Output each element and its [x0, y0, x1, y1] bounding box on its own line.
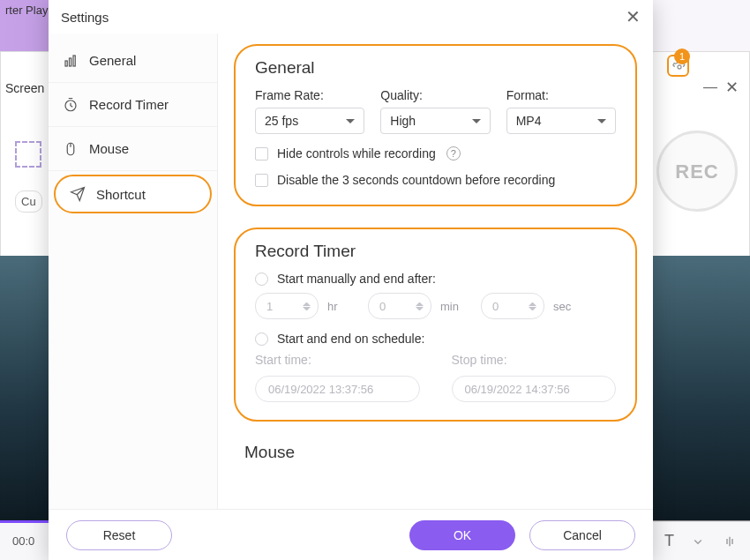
modal-title: Settings: [61, 10, 109, 25]
sidebar-item-label: Record Timer: [89, 97, 169, 112]
cancel-button[interactable]: Cancel: [529, 520, 635, 550]
section-title: Record Timer: [255, 242, 616, 261]
modal-close-icon[interactable]: ✕: [626, 6, 641, 27]
help-icon[interactable]: ?: [446, 146, 461, 161]
screen-label: Screen: [5, 81, 44, 95]
schedule-radio[interactable]: [255, 332, 268, 346]
format-select[interactable]: MP4: [506, 108, 616, 134]
disable-countdown-checkbox[interactable]: [255, 174, 268, 187]
section-title-mouse: Mouse: [244, 443, 626, 462]
section-general: General Frame Rate: 25 fps Quality: High…: [234, 44, 637, 206]
sidebar-item-mouse[interactable]: Mouse: [49, 127, 217, 171]
step-badge-1: 1: [674, 49, 690, 64]
hide-controls-label: Hide controls while recording: [277, 146, 436, 161]
sidebar-item-label: Shortcut: [96, 187, 146, 202]
audio-wave-icon[interactable]: [722, 534, 738, 549]
stop-time-label: Stop time:: [452, 353, 617, 367]
min-unit: min: [440, 300, 472, 313]
timer-icon: [63, 97, 79, 113]
settings-modal: Settings ✕ General Record Timer Mouse Sh…: [49, 0, 653, 560]
modal-footer: Reset OK Cancel: [49, 509, 653, 560]
svg-rect-4: [70, 58, 71, 66]
record-button[interactable]: REC: [656, 131, 738, 212]
start-time-label: Start time:: [255, 353, 420, 367]
sec-unit: sec: [553, 300, 585, 313]
manual-radio[interactable]: [255, 273, 268, 286]
chart-icon: [63, 53, 79, 69]
sidebar-item-general[interactable]: General: [49, 39, 217, 83]
sidebar-item-shortcut[interactable]: Shortcut: [54, 175, 212, 213]
quality-label: Quality:: [380, 88, 490, 102]
modal-titlebar: Settings ✕: [49, 0, 653, 34]
reset-button[interactable]: Reset: [66, 520, 172, 550]
section-record-timer: Record Timer Start manually and end afte…: [234, 228, 637, 422]
send-icon: [70, 186, 86, 202]
hr-stepper[interactable]: 1: [255, 293, 319, 319]
svg-point-0: [678, 65, 681, 69]
time-start: 00:0: [12, 534, 34, 548]
settings-content: General Frame Rate: 25 fps Quality: High…: [218, 34, 653, 509]
sidebar-item-record-timer[interactable]: Record Timer: [49, 83, 217, 127]
section-title: General: [255, 58, 616, 78]
manual-label: Start manually and end after:: [277, 272, 436, 286]
frame-rate-select[interactable]: 25 fps: [255, 108, 364, 134]
stop-time-input[interactable]: 06/19/2022 14:37:56: [452, 376, 617, 402]
svg-rect-3: [65, 61, 67, 66]
frame-rate-label: Frame Rate:: [255, 88, 364, 102]
ok-button[interactable]: OK: [409, 520, 515, 550]
quality-select[interactable]: High: [380, 108, 490, 134]
caret-down-icon[interactable]: [690, 534, 706, 549]
hr-unit: hr: [327, 300, 359, 313]
minimize-icon[interactable]: —: [703, 79, 717, 95]
region-dashed-icon: [15, 141, 41, 168]
sidebar-item-label: General: [89, 53, 136, 68]
close-icon[interactable]: ✕: [725, 78, 739, 97]
text-tool-icon[interactable]: T: [664, 532, 674, 550]
titlebar-fragment: rter Play: [0, 0, 53, 20]
sec-stepper[interactable]: 0: [481, 293, 544, 319]
custom-fragment: Cu: [15, 190, 42, 213]
start-time-input[interactable]: 06/19/2022 13:37:56: [255, 376, 420, 402]
hide-controls-checkbox[interactable]: [255, 147, 268, 161]
settings-sidebar: General Record Timer Mouse Shortcut: [49, 34, 218, 509]
disable-countdown-label: Disable the 3 seconds countdown before r…: [277, 173, 555, 187]
min-stepper[interactable]: 0: [368, 293, 431, 319]
svg-rect-5: [73, 56, 75, 66]
schedule-label: Start and end on schedule:: [277, 332, 424, 346]
format-label: Format:: [506, 88, 616, 102]
sidebar-item-label: Mouse: [89, 141, 129, 156]
mouse-icon: [63, 141, 79, 157]
